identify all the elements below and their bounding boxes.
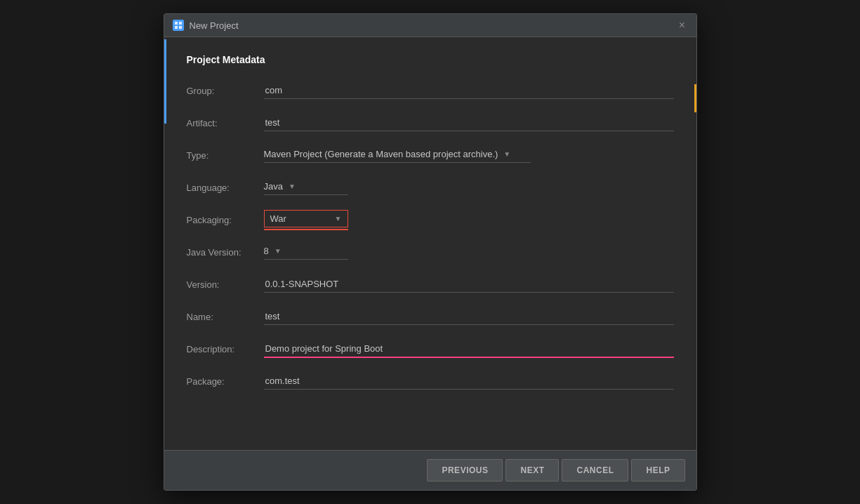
- title-bar: New Project ×: [164, 14, 696, 37]
- title-bar-left: New Project: [173, 20, 239, 31]
- name-input[interactable]: [264, 308, 674, 325]
- packaging-label: Packaging:: [187, 215, 264, 225]
- svg-rect-0: [175, 22, 178, 25]
- svg-rect-2: [175, 26, 178, 29]
- project-icon: [173, 20, 184, 31]
- cancel-button[interactable]: CANCEL: [562, 459, 628, 482]
- name-label: Name:: [187, 312, 264, 322]
- packaging-field: War ▼: [264, 210, 674, 230]
- dialog-title: New Project: [190, 20, 239, 31]
- package-field: [264, 373, 674, 390]
- type-row: Type: Maven Project (Generate a Maven ba…: [187, 144, 674, 166]
- language-dropdown-arrow: ▼: [289, 183, 296, 190]
- sidebar-accent: [164, 39, 166, 124]
- description-row: Description:: [187, 338, 674, 360]
- version-label: Version:: [187, 279, 264, 290]
- language-label: Language:: [187, 183, 264, 193]
- help-button[interactable]: HELP: [631, 459, 684, 482]
- language-field: Java ▼: [264, 180, 674, 195]
- svg-rect-1: [179, 22, 182, 25]
- svg-rect-3: [179, 26, 182, 29]
- dialog-content: Project Metadata Group: Artifact: Type: …: [164, 37, 696, 450]
- package-input[interactable]: [264, 373, 674, 390]
- name-field: [264, 308, 674, 325]
- group-row: Group:: [187, 79, 674, 102]
- type-select[interactable]: Maven Project (Generate a Maven based pr…: [264, 149, 531, 163]
- artifact-row: Artifact:: [187, 112, 674, 134]
- artifact-input[interactable]: [264, 114, 674, 131]
- group-input[interactable]: [264, 82, 674, 99]
- java-version-value: 8: [264, 246, 269, 256]
- packaging-underline: [264, 229, 348, 230]
- next-button[interactable]: NEXT: [505, 459, 559, 482]
- type-field: Maven Project (Generate a Maven based pr…: [264, 147, 674, 163]
- description-field: [264, 340, 674, 358]
- packaging-select[interactable]: War ▼: [264, 210, 348, 227]
- packaging-value: War: [270, 213, 329, 224]
- java-version-label: Java Version:: [187, 247, 264, 258]
- version-field: [264, 276, 674, 293]
- language-row: Language: Java ▼: [187, 176, 674, 199]
- description-label: Description:: [187, 344, 264, 354]
- group-field: [264, 82, 674, 99]
- version-row: Version:: [187, 273, 674, 296]
- java-version-select[interactable]: 8 ▼: [264, 246, 348, 260]
- section-title: Project Metadata: [187, 54, 674, 65]
- packaging-dropdown-arrow: ▼: [335, 215, 342, 223]
- new-project-dialog: New Project × Project Metadata Group: Ar…: [164, 13, 697, 491]
- previous-button[interactable]: PREVIOUS: [427, 459, 503, 482]
- language-value: Java: [264, 181, 283, 192]
- language-select[interactable]: Java ▼: [264, 181, 348, 195]
- description-input[interactable]: [264, 340, 674, 358]
- type-dropdown-arrow: ▼: [503, 150, 510, 158]
- right-accent: [694, 84, 696, 112]
- artifact-label: Artifact:: [187, 118, 264, 128]
- java-version-field: 8 ▼: [264, 244, 674, 260]
- type-label: Type:: [187, 150, 264, 161]
- version-input[interactable]: [264, 276, 674, 293]
- java-version-row: Java Version: 8 ▼: [187, 241, 674, 263]
- artifact-field: [264, 114, 674, 131]
- package-row: Package:: [187, 370, 674, 392]
- group-label: Group:: [187, 86, 264, 96]
- packaging-row: Packaging: War ▼: [187, 208, 674, 231]
- close-button[interactable]: ×: [677, 20, 688, 31]
- dialog-footer: PREVIOUS NEXT CANCEL HELP: [164, 450, 696, 490]
- name-row: Name:: [187, 305, 674, 328]
- package-label: Package:: [187, 376, 264, 387]
- type-value: Maven Project (Generate a Maven based pr…: [264, 149, 498, 159]
- java-version-dropdown-arrow: ▼: [274, 247, 282, 255]
